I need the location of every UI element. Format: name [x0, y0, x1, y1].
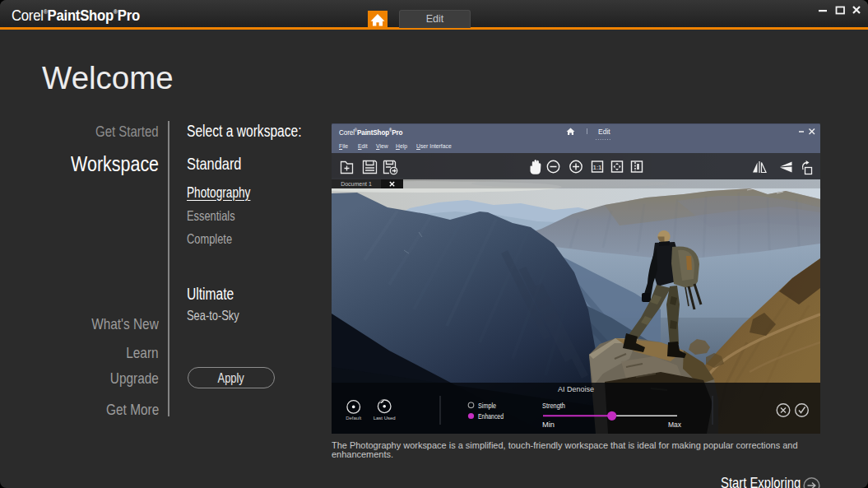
svg-text:Strength: Strength	[542, 402, 565, 410]
svg-text:1:1: 1:1	[592, 164, 602, 171]
svg-text:Enhanced: Enhanced	[478, 412, 504, 421]
svg-text:Last Used: Last Used	[374, 416, 396, 421]
svg-text:Default: Default	[346, 416, 361, 421]
svg-text:Edit: Edit	[598, 128, 610, 136]
svg-text:Min: Min	[542, 421, 555, 429]
svg-text:Simple: Simple	[478, 402, 496, 410]
svg-text:Max: Max	[668, 421, 681, 429]
